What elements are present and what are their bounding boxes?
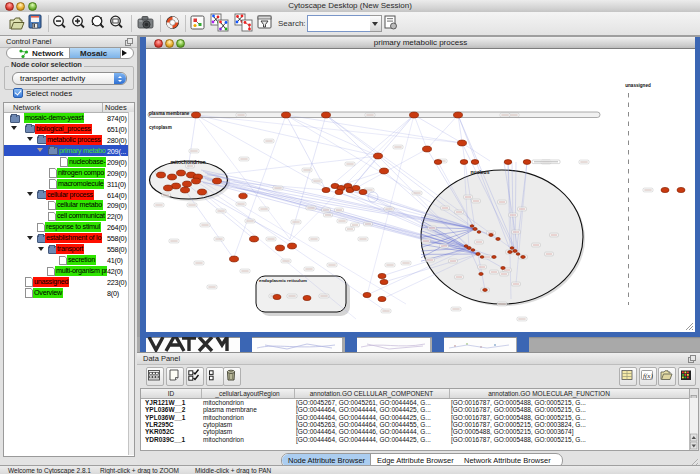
svg-text:plasma membrane: plasma membrane [149, 111, 190, 116]
svg-text:nucleus: nucleus [471, 169, 490, 175]
svg-text:cytoplasm: cytoplasm [149, 125, 172, 130]
svg-text:unassigned: unassigned [625, 83, 651, 88]
svg-text:endoplasmic reticulum: endoplasmic reticulum [259, 278, 307, 283]
svg-text:f(x): f(x) [643, 372, 653, 380]
